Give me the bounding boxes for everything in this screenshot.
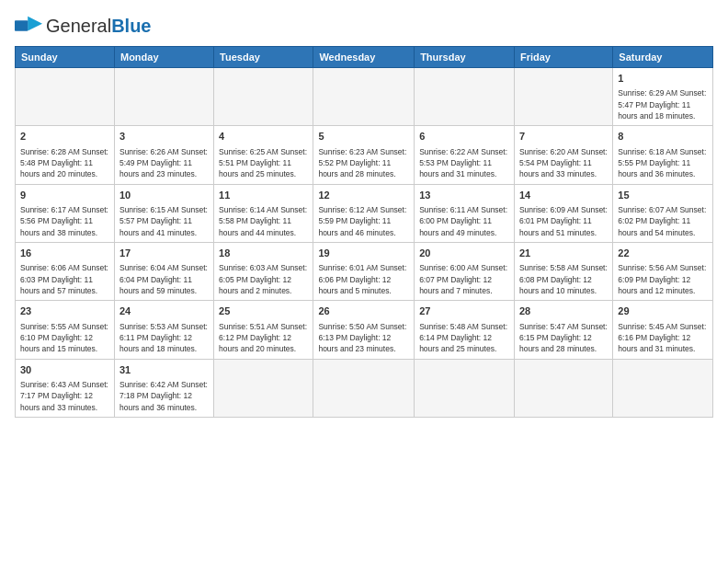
table-row: 26Sunrise: 5:50 AM Sunset: 6:13 PM Dayli…: [313, 301, 415, 359]
day-info: Sunrise: 6:12 AM Sunset: 5:59 PM Dayligh…: [318, 204, 409, 238]
day-info: Sunrise: 5:53 AM Sunset: 6:11 PM Dayligh…: [119, 321, 209, 355]
table-row: [214, 359, 313, 417]
day-info: Sunrise: 6:42 AM Sunset: 7:18 PM Dayligh…: [119, 379, 209, 413]
day-info: Sunrise: 6:09 AM Sunset: 6:01 PM Dayligh…: [519, 204, 608, 238]
day-number: 20: [419, 247, 509, 260]
table-row: 20Sunrise: 6:00 AM Sunset: 6:07 PM Dayli…: [415, 242, 515, 300]
table-row: 14Sunrise: 6:09 AM Sunset: 6:01 PM Dayli…: [514, 184, 612, 242]
table-row: 17Sunrise: 6:04 AM Sunset: 6:04 PM Dayli…: [114, 242, 213, 300]
day-number: 24: [119, 304, 209, 318]
day-number: 23: [20, 304, 109, 318]
day-number: 19: [318, 247, 409, 260]
calendar-week-row: 16Sunrise: 6:06 AM Sunset: 6:03 PM Dayli…: [16, 242, 713, 300]
table-row: 9Sunrise: 6:17 AM Sunset: 5:56 PM Daylig…: [16, 184, 115, 242]
day-info: Sunrise: 6:17 AM Sunset: 5:56 PM Dayligh…: [20, 204, 109, 238]
calendar-week-row: 23Sunrise: 5:55 AM Sunset: 6:10 PM Dayli…: [16, 301, 713, 359]
day-info: Sunrise: 6:06 AM Sunset: 6:03 PM Dayligh…: [20, 262, 109, 296]
day-info: Sunrise: 5:56 AM Sunset: 6:09 PM Dayligh…: [618, 262, 708, 296]
day-info: Sunrise: 5:55 AM Sunset: 6:10 PM Dayligh…: [20, 321, 109, 355]
day-number: 30: [20, 363, 109, 377]
day-info: Sunrise: 5:48 AM Sunset: 6:14 PM Dayligh…: [419, 321, 509, 355]
table-row: 4Sunrise: 6:25 AM Sunset: 5:51 PM Daylig…: [214, 126, 313, 184]
day-info: Sunrise: 6:26 AM Sunset: 5:49 PM Dayligh…: [119, 146, 209, 180]
table-row: [214, 68, 313, 126]
day-info: Sunrise: 5:51 AM Sunset: 6:12 PM Dayligh…: [219, 321, 308, 355]
day-number: 2: [20, 130, 109, 144]
day-number: 29: [618, 304, 708, 318]
day-number: 10: [119, 189, 209, 202]
day-number: 3: [119, 130, 209, 144]
day-number: 28: [519, 304, 608, 318]
day-info: Sunrise: 6:28 AM Sunset: 5:48 PM Dayligh…: [20, 146, 109, 180]
table-row: 7Sunrise: 6:20 AM Sunset: 5:54 PM Daylig…: [514, 126, 612, 184]
table-row: 5Sunrise: 6:23 AM Sunset: 5:52 PM Daylig…: [313, 126, 415, 184]
day-info: Sunrise: 5:50 AM Sunset: 6:13 PM Dayligh…: [318, 321, 409, 355]
col-monday: Monday: [114, 47, 213, 68]
table-row: 10Sunrise: 6:15 AM Sunset: 5:57 PM Dayli…: [114, 184, 213, 242]
calendar-week-row: 30Sunrise: 6:43 AM Sunset: 7:17 PM Dayli…: [16, 359, 713, 417]
day-number: 13: [419, 189, 509, 202]
day-number: 21: [519, 247, 608, 260]
table-row: 1Sunrise: 6:29 AM Sunset: 5:47 PM Daylig…: [613, 68, 713, 126]
table-row: [514, 359, 612, 417]
table-row: 11Sunrise: 6:14 AM Sunset: 5:58 PM Dayli…: [214, 184, 313, 242]
table-row: 23Sunrise: 5:55 AM Sunset: 6:10 PM Dayli…: [16, 301, 115, 359]
table-row: [613, 359, 713, 417]
day-number: 7: [519, 130, 608, 144]
table-row: 29Sunrise: 5:45 AM Sunset: 6:16 PM Dayli…: [613, 301, 713, 359]
table-row: [16, 68, 115, 126]
table-row: 21Sunrise: 5:58 AM Sunset: 6:08 PM Dayli…: [514, 242, 612, 300]
table-row: 18Sunrise: 6:03 AM Sunset: 6:05 PM Dayli…: [214, 242, 313, 300]
day-info: Sunrise: 5:45 AM Sunset: 6:16 PM Dayligh…: [618, 321, 708, 355]
calendar-table: Sunday Monday Tuesday Wednesday Thursday…: [15, 46, 713, 418]
table-row: 12Sunrise: 6:12 AM Sunset: 5:59 PM Dayli…: [313, 184, 415, 242]
day-info: Sunrise: 5:47 AM Sunset: 6:15 PM Dayligh…: [519, 321, 608, 355]
table-row: 6Sunrise: 6:22 AM Sunset: 5:53 PM Daylig…: [415, 126, 515, 184]
day-number: 11: [219, 189, 308, 202]
table-row: 24Sunrise: 5:53 AM Sunset: 6:11 PM Dayli…: [114, 301, 213, 359]
day-number: 15: [618, 189, 708, 202]
logo-text: GeneralBlue: [46, 16, 152, 37]
svg-rect-2: [15, 20, 28, 30]
table-row: 27Sunrise: 5:48 AM Sunset: 6:14 PM Dayli…: [415, 301, 515, 359]
table-row: 22Sunrise: 5:56 AM Sunset: 6:09 PM Dayli…: [613, 242, 713, 300]
day-number: 6: [419, 130, 509, 144]
table-row: [415, 359, 515, 417]
table-row: 15Sunrise: 6:07 AM Sunset: 6:02 PM Dayli…: [613, 184, 713, 242]
day-number: 18: [219, 247, 308, 260]
calendar-header-row: Sunday Monday Tuesday Wednesday Thursday…: [16, 47, 713, 68]
day-number: 16: [20, 247, 109, 260]
day-number: 8: [618, 130, 708, 144]
day-info: Sunrise: 6:25 AM Sunset: 5:51 PM Dayligh…: [219, 146, 308, 180]
table-row: [313, 359, 415, 417]
day-number: 4: [219, 130, 308, 144]
day-number: 1: [618, 72, 708, 86]
table-row: 31Sunrise: 6:42 AM Sunset: 7:18 PM Dayli…: [114, 359, 213, 417]
day-info: Sunrise: 5:58 AM Sunset: 6:08 PM Dayligh…: [519, 262, 608, 296]
page: GeneralBlue Sunday Monday Tuesday Wednes…: [0, 0, 728, 427]
calendar-week-row: 1Sunrise: 6:29 AM Sunset: 5:47 PM Daylig…: [16, 68, 713, 126]
day-info: Sunrise: 6:07 AM Sunset: 6:02 PM Dayligh…: [618, 204, 708, 238]
day-number: 25: [219, 304, 308, 318]
day-info: Sunrise: 6:43 AM Sunset: 7:17 PM Dayligh…: [20, 379, 109, 413]
table-row: 2Sunrise: 6:28 AM Sunset: 5:48 PM Daylig…: [16, 126, 115, 184]
day-number: 31: [119, 363, 209, 377]
day-number: 26: [318, 304, 409, 318]
day-number: 27: [419, 304, 509, 318]
day-info: Sunrise: 6:04 AM Sunset: 6:04 PM Dayligh…: [119, 262, 209, 296]
day-number: 9: [20, 189, 109, 202]
day-info: Sunrise: 6:22 AM Sunset: 5:53 PM Dayligh…: [419, 146, 509, 180]
table-row: 8Sunrise: 6:18 AM Sunset: 5:55 PM Daylig…: [613, 126, 713, 184]
day-info: Sunrise: 6:11 AM Sunset: 6:00 PM Dayligh…: [419, 204, 509, 238]
day-number: 12: [318, 189, 409, 202]
generalblue-logo-icon: [15, 15, 42, 37]
day-info: Sunrise: 6:00 AM Sunset: 6:07 PM Dayligh…: [419, 262, 509, 296]
day-info: Sunrise: 6:15 AM Sunset: 5:57 PM Dayligh…: [119, 204, 209, 238]
table-row: 28Sunrise: 5:47 AM Sunset: 6:15 PM Dayli…: [514, 301, 612, 359]
day-info: Sunrise: 6:23 AM Sunset: 5:52 PM Dayligh…: [318, 146, 409, 180]
day-number: 17: [119, 247, 209, 260]
day-info: Sunrise: 6:20 AM Sunset: 5:54 PM Dayligh…: [519, 146, 608, 180]
table-row: 30Sunrise: 6:43 AM Sunset: 7:17 PM Dayli…: [16, 359, 115, 417]
table-row: 19Sunrise: 6:01 AM Sunset: 6:06 PM Dayli…: [313, 242, 415, 300]
day-number: 14: [519, 189, 608, 202]
